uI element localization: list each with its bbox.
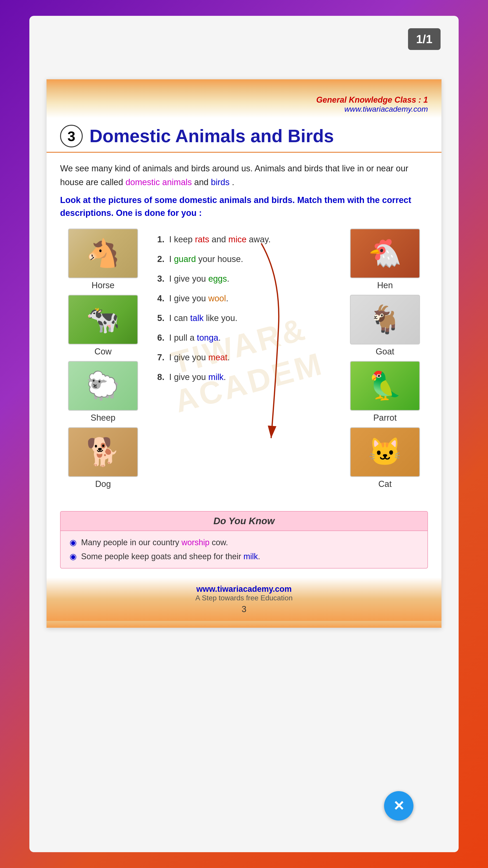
chapter-number: 3 (60, 125, 83, 147)
matching-area: TIWAR&ACADEM Horse Cow Sheep (60, 228, 428, 500)
right-animals: Hen Goat Parrot Cat (342, 228, 428, 500)
dyk-item-2: ◉ Some people keep goats and sheep for t… (70, 550, 418, 563)
animal-card-horse: Horse (60, 228, 146, 290)
dyk-bullet-2: ◉ (70, 552, 76, 561)
goat-image (350, 295, 420, 344)
hen-label: Hen (377, 281, 393, 290)
bottom-bar (46, 621, 442, 628)
footer-tagline: A Step towards free Education (60, 594, 428, 602)
desc-8: 8. I give you milk. (157, 371, 337, 383)
footer-website: www.tiwariacademy.com (60, 584, 428, 594)
intro-paragraph: We see many kind of animals and birds ar… (60, 162, 428, 189)
animal-card-cat: Cat (342, 427, 428, 489)
desc-4: 4. I give you wool. (157, 292, 337, 305)
intro-text2: and (194, 178, 211, 187)
doc-content: We see many kind of animals and birds ar… (46, 153, 442, 578)
intro-domestic: domestic animals (125, 178, 192, 187)
dog-image (68, 427, 138, 477)
animal-card-dog: Dog (60, 427, 146, 489)
animal-card-cow: Cow (60, 295, 146, 356)
page-container: 1/1 General Knowledge Class : 1 www.tiwa… (29, 16, 459, 852)
desc-7: 7. I give you meat. (157, 351, 337, 364)
dyk-text-2: Some people keep goats and sheep for the… (81, 552, 260, 561)
top-bar (46, 79, 442, 88)
left-animals: Horse Cow Sheep Dog (60, 228, 146, 500)
intro-birds: birds (211, 178, 230, 187)
parrot-image (350, 361, 420, 411)
instruction-text: Look at the pictures of some domestic an… (60, 194, 428, 219)
cow-image (68, 295, 138, 344)
animal-card-parrot: Parrot (342, 361, 428, 423)
close-button[interactable] (384, 791, 414, 820)
page-counter: 1/1 (408, 28, 441, 50)
class-title: General Knowledge Class : 1 (60, 95, 428, 105)
dyk-text-1: Many people in our country worship cow. (81, 538, 228, 547)
cow-label: Cow (94, 347, 111, 356)
dyk-item-1: ◉ Many people in our country worship cow… (70, 535, 418, 550)
chapter-heading: 3 Domestic Animals and Birds (46, 118, 442, 153)
intro-text3: . (232, 178, 234, 187)
desc-3: 3. I give you eggs. (157, 272, 337, 285)
desc-5: 5. I can talk like you. (157, 312, 337, 324)
parrot-label: Parrot (373, 413, 396, 423)
cat-image (350, 427, 420, 477)
dyk-bullet-1: ◉ (70, 538, 76, 547)
chapter-title: Domestic Animals and Birds (90, 126, 334, 147)
do-you-know-box: Do You Know ◉ Many people in our country… (60, 511, 428, 568)
dog-label: Dog (95, 479, 111, 489)
desc-6: 6. I pull a tonga. (157, 331, 337, 344)
doc-footer: www.tiwariacademy.com A Step towards fre… (46, 578, 442, 621)
cat-label: Cat (378, 479, 392, 489)
dyk-content: ◉ Many people in our country worship cow… (61, 531, 427, 568)
footer-page-number: 3 (60, 604, 428, 614)
dyk-header: Do You Know (61, 512, 427, 531)
descriptions-column: 1. I keep rats and mice away. 2. I guard… (151, 228, 337, 500)
goat-label: Goat (376, 347, 394, 356)
sheep-label: Sheep (91, 413, 116, 423)
animal-card-sheep: Sheep (60, 361, 146, 423)
horse-image (68, 228, 138, 278)
desc-2: 2. I guard your house. (157, 253, 337, 266)
desc-1: 1. I keep rats and mice away. (157, 233, 337, 246)
document: General Knowledge Class : 1 www.tiwariac… (46, 79, 442, 628)
hen-image (350, 228, 420, 278)
animal-card-hen: Hen (342, 228, 428, 290)
animal-card-goat: Goat (342, 295, 428, 356)
header-website: www.tiwariacademy.com (60, 105, 428, 114)
doc-header: General Knowledge Class : 1 www.tiwariac… (46, 88, 442, 118)
horse-label: Horse (92, 281, 114, 290)
sheep-image (68, 361, 138, 411)
